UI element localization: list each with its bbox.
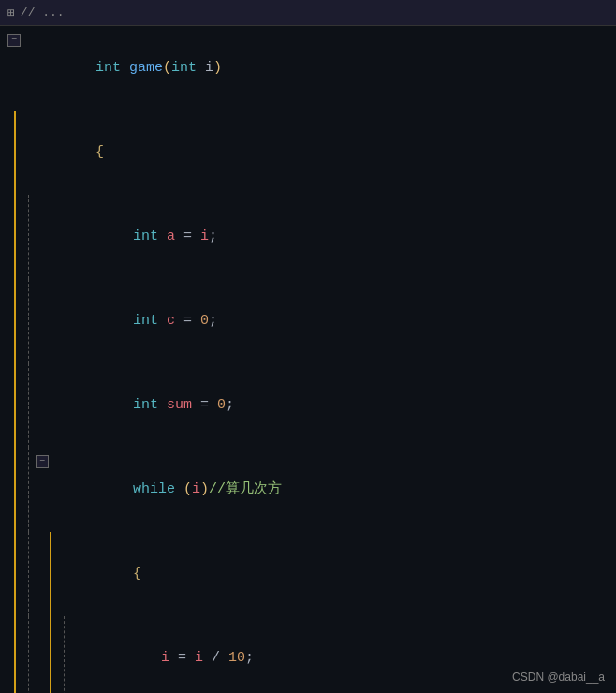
while-fold-icon[interactable]: − — [36, 455, 49, 468]
code-line: { — [0, 111, 616, 195]
code-line: int a = i; — [0, 195, 616, 279]
code-editor: ⊞ // ... − int game(int i) { int a — [0, 0, 616, 693]
var-decl-sum: int sum = 0; — [0, 363, 616, 448]
collapsed-code: // ... — [21, 6, 65, 20]
brace-open: { — [0, 111, 616, 195]
while-brace-open: { — [0, 532, 616, 616]
code-line: − while (i)//算几次方 — [0, 448, 616, 532]
while-loop-1: while (i)//算几次方 — [0, 448, 616, 532]
fold-icon[interactable]: − — [7, 34, 21, 47]
function-def-line: int game(int i) — [7, 26, 616, 111]
fold-all-icon[interactable]: ⊞ — [7, 6, 15, 21]
var-decl-c: int c = 0; — [0, 279, 616, 363]
code-area: − int game(int i) { int a = i; — [0, 26, 616, 693]
watermark: CSDN @dabai__a — [512, 671, 605, 684]
top-bar: ⊞ // ... — [0, 0, 616, 26]
code-line: int c = 0; — [0, 279, 616, 363]
code-line: { — [0, 532, 616, 616]
code-line: − int game(int i) — [0, 26, 616, 111]
var-decl-a: int a = i; — [0, 195, 616, 279]
code-line: int sum = 0; — [0, 363, 616, 448]
